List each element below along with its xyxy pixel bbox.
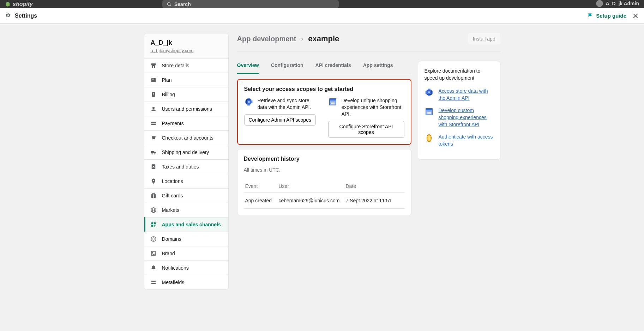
svg-rect-52 (426, 109, 432, 110)
storefront-api-desc: Develop unique shopping experiences with… (342, 97, 404, 117)
svg-rect-29 (151, 225, 153, 227)
sidebar-item-label: Payments (162, 121, 184, 126)
sidebar-item-label: Taxes and duties (162, 164, 199, 170)
svg-rect-31 (151, 251, 156, 256)
tab-api-credentials[interactable]: API credentials (315, 61, 351, 74)
sidebar-item-checkout-and-accounts[interactable]: Checkout and accounts (144, 130, 228, 145)
tab-overview[interactable]: Overview (237, 61, 259, 74)
sidebar-item-gift-cards[interactable]: Gift cards (144, 188, 228, 203)
svg-rect-42 (329, 99, 336, 100)
svg-rect-11 (151, 123, 156, 124)
sidebar-item-shipping-and-delivery[interactable]: Shipping and delivery (144, 145, 228, 159)
svg-line-1 (170, 5, 171, 6)
notifications-icon (150, 264, 157, 271)
sidebar-item-billing[interactable]: $Billing (144, 87, 228, 102)
svg-rect-33 (151, 281, 156, 282)
history-header-event: Event (245, 183, 279, 189)
domains-icon (150, 235, 157, 243)
gift-icon (150, 192, 157, 199)
access-scopes-card: Select your access scopes to get started… (237, 79, 411, 145)
setup-guide-link[interactable]: Setup guide (588, 12, 626, 19)
store-url-link[interactable]: a-d-jk.myshopify.com (151, 48, 222, 53)
history-header-user: User (279, 183, 346, 189)
sidebar-item-metafields[interactable]: Metafields (144, 275, 228, 289)
store-icon (150, 62, 157, 69)
doc-link-row: Authenticate with access tokens (425, 134, 494, 147)
svg-point-16 (154, 153, 155, 154)
sidebar-item-label: Checkout and accounts (162, 135, 213, 141)
svg-rect-4 (153, 66, 154, 68)
storefront-pixel-icon (328, 97, 337, 106)
payments-icon (150, 120, 157, 127)
doc-link[interactable]: Develop custom shopping experiences with… (439, 107, 494, 128)
svg-rect-6 (152, 79, 154, 79)
sidebar-item-label: Gift cards (162, 193, 183, 198)
svg-rect-34 (151, 283, 156, 284)
svg-point-55 (428, 136, 430, 141)
configure-storefront-api-button[interactable]: Configure Storefront API scopes (328, 121, 404, 138)
sidebar-item-label: Markets (162, 207, 180, 213)
markets-icon (150, 207, 157, 214)
svg-rect-27 (151, 222, 153, 224)
sidebar-item-plan[interactable]: Plan (144, 73, 228, 87)
doc-link[interactable]: Authenticate with access tokens (439, 134, 494, 147)
sidebar-item-notifications[interactable]: Notifications (144, 260, 228, 275)
settings-title: Settings (15, 13, 37, 19)
svg-rect-50 (428, 92, 430, 93)
history-cell-user: cebemam629@iunicus.com (279, 198, 346, 203)
history-row: App createdcebemam629@iunicus.com7 Sept … (244, 193, 405, 209)
storefront-api-scope-block: Develop unique shopping experiences with… (328, 97, 404, 138)
sidebar-item-locations[interactable]: Locations (144, 174, 228, 188)
close-button[interactable] (632, 12, 639, 19)
history-header-date: Date (346, 183, 403, 189)
sidebar-item-brand[interactable]: Brand (144, 246, 228, 260)
doc-pixel-icon (425, 107, 434, 116)
sidebar-item-apps-and-sales-channels[interactable]: Apps and sales channels (144, 217, 228, 232)
svg-rect-14 (151, 151, 154, 153)
history-title: Development history (244, 156, 405, 162)
doc-link[interactable]: Access store data with the Admin API (439, 88, 494, 102)
shipping-icon (150, 149, 157, 156)
background-admin-bar: shopify Search A_D_jk Admin (0, 0, 644, 8)
sidebar-item-domains[interactable]: Domains (144, 232, 228, 246)
shopify-logo: shopify (5, 1, 33, 7)
svg-point-0 (167, 2, 170, 5)
svg-rect-21 (153, 194, 154, 198)
sidebar-item-payments[interactable]: Payments (144, 116, 228, 130)
doc-link-row: Develop custom shopping experiences with… (425, 107, 494, 128)
install-app-button[interactable]: Install app (468, 33, 500, 44)
sidebar-item-store-details[interactable]: Store details (144, 58, 228, 73)
svg-rect-28 (154, 222, 155, 224)
plan-icon (150, 76, 157, 84)
brand-icon (150, 250, 157, 257)
svg-point-12 (152, 140, 153, 140)
sidebar-item-label: Users and permissions (162, 106, 212, 112)
sidebar-item-label: Shipping and delivery (162, 149, 209, 155)
settings-sidebar: A_D_jk a-d-jk.myshopify.com Store detail… (144, 33, 229, 290)
locations-icon (150, 178, 157, 185)
svg-point-22 (152, 193, 153, 194)
user-menu: A_D_jk Admin (596, 0, 639, 7)
tab-app-settings[interactable]: App settings (363, 61, 393, 74)
sidebar-item-taxes-and-duties[interactable]: Taxes and duties (144, 159, 228, 174)
documentation-card: Explore documentation to speed up develo… (418, 61, 500, 160)
tab-configuration[interactable]: Configuration (271, 61, 303, 74)
metafields-icon (150, 279, 157, 286)
svg-point-18 (153, 180, 154, 181)
doc-pixel-icon (425, 134, 434, 143)
sidebar-item-markets[interactable]: Markets (144, 203, 228, 217)
settings-header-bar: Settings Setup guide (0, 8, 644, 24)
admin-api-scope-block: Retrieve and sync store data with the Ad… (244, 97, 320, 125)
breadcrumb-parent[interactable]: App development (237, 35, 296, 43)
docs-intro: Explore documentation to speed up develo… (425, 68, 494, 81)
admin-api-desc: Retrieve and sync store data with the Ad… (258, 97, 320, 111)
scopes-card-title: Select your access scopes to get started (244, 86, 404, 92)
sidebar-item-users-and-permissions[interactable]: Users and permissions (144, 102, 228, 116)
configure-admin-api-button[interactable]: Configure Admin API scopes (244, 114, 316, 125)
sidebar-item-label: Notifications (162, 265, 189, 271)
history-subtext: All times in UTC. (244, 167, 405, 173)
sidebar-item-label: Plan (162, 77, 172, 83)
billing-icon: $ (150, 91, 157, 98)
global-search: Search (162, 0, 339, 8)
taxes-icon (150, 163, 157, 170)
